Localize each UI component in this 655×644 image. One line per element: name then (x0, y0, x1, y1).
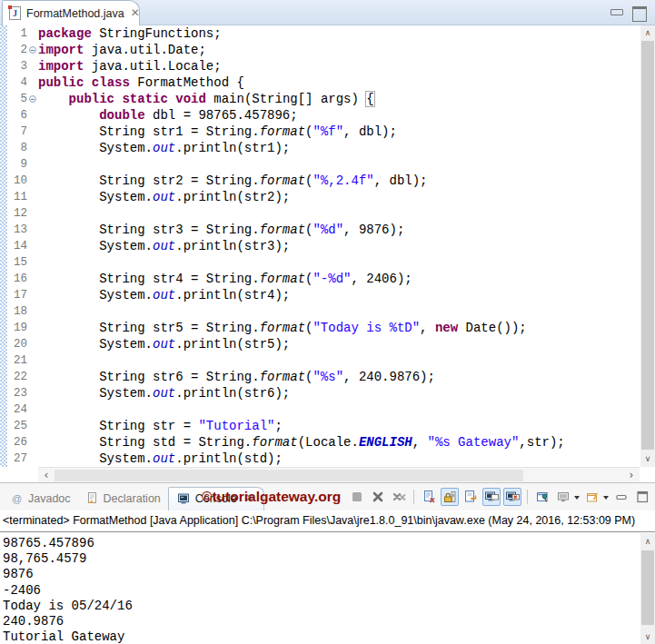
code-line: package StringFunctions; (38, 25, 640, 42)
line-number: 25 (7, 418, 27, 434)
gutter-row[interactable]: 27 (7, 451, 38, 467)
code-line: public class FormatMethod { (38, 74, 640, 91)
minimize-icon[interactable] (612, 488, 630, 506)
gutter-row[interactable]: 5 (7, 91, 38, 107)
code-line: public static void main(String[] args) { (38, 91, 640, 107)
line-number: 14 (7, 238, 27, 254)
line-number: 27 (7, 451, 27, 467)
gutter-row[interactable]: 10 (7, 173, 38, 189)
code-line (38, 352, 640, 369)
console-output-line: 98,765.4579 (3, 551, 640, 567)
line-number: 4 (7, 74, 27, 91)
scrollbar-thumb[interactable] (641, 550, 654, 625)
console-output-area[interactable]: 98765.45789698,765.45799876-2406Today is… (0, 533, 640, 644)
terminate-icon[interactable] (348, 488, 366, 506)
fold-collapse-icon[interactable] (29, 95, 36, 103)
code-line: import java.util.Locale; (38, 58, 640, 74)
console-output-line: 9876 (3, 567, 640, 582)
tab-close-icon[interactable] (131, 7, 140, 20)
gutter-row[interactable]: 21 (7, 352, 38, 369)
fold-collapse-icon[interactable] (29, 46, 36, 54)
annotation-ruler[interactable] (0, 25, 7, 467)
console-status-line: <terminated> FormatMethod [Java Applicat… (0, 510, 655, 532)
remove-all-terminated-icon[interactable] (390, 488, 408, 506)
toolbar-separator (413, 490, 414, 504)
remove-launch-icon[interactable] (369, 488, 387, 506)
code-line (38, 254, 640, 271)
pin-console-icon[interactable] (533, 488, 551, 506)
gutter-row[interactable]: 3 (7, 58, 38, 74)
gutter-row[interactable]: 23 (7, 385, 38, 401)
scroll-down-icon[interactable] (640, 630, 655, 643)
console-tabbar: ©tutorialgateway.org @JavadocDeclaration… (0, 483, 655, 510)
gutter-row[interactable]: 25 (7, 418, 38, 434)
gutter-row[interactable]: 15 (7, 254, 38, 271)
gutter-row[interactable]: 22 (7, 369, 38, 385)
code-line: System.out.println(str1); (38, 140, 640, 156)
code-line: String str6 = String.format("%s", 240.98… (38, 369, 640, 385)
line-number: 7 (7, 124, 27, 140)
gutter-row[interactable]: 8 (7, 140, 38, 156)
gutter-row[interactable]: 2 (7, 42, 38, 58)
code-line: String str2 = String.format("%,2.4f", db… (38, 173, 640, 189)
maximize-icon[interactable] (633, 488, 651, 506)
console-vertical-scrollbar[interactable] (640, 533, 655, 644)
line-number: 9 (7, 156, 27, 173)
show-stdout-icon[interactable] (482, 488, 501, 506)
gutter-row[interactable]: 13 (7, 222, 38, 238)
line-number: 8 (7, 140, 27, 156)
dropdown-arrow-icon[interactable] (602, 488, 610, 506)
gutter-row[interactable]: 19 (7, 320, 38, 336)
code-line: String str1 = String.format("%f", dbl); (38, 124, 640, 140)
code-line (38, 303, 640, 320)
show-stderr-icon[interactable] (503, 488, 521, 506)
eclipse-ide-window: FormatMethod.java 1234567891011121314151… (0, 0, 655, 644)
toolbar-separator (527, 490, 528, 504)
editor-vertical-scrollbar[interactable] (640, 25, 655, 467)
view-tab-declaration[interactable]: Declaration (78, 487, 168, 510)
editor-horizontal-scrollbar[interactable] (38, 467, 640, 482)
gutter-row[interactable]: 18 (7, 303, 38, 320)
scroll-up-icon[interactable] (640, 26, 655, 40)
gutter-row[interactable]: 9 (7, 156, 38, 173)
scroll-left-icon[interactable] (40, 469, 53, 482)
code-line (38, 205, 640, 222)
code-line: System.out.println(std); (38, 451, 640, 467)
scroll-down-icon[interactable] (640, 452, 655, 466)
code-line: double dbl = 98765.457896; (38, 107, 640, 124)
gutter-row[interactable]: 16 (7, 271, 38, 287)
code-line: String str3 = String.format("%d", 9876); (38, 222, 640, 238)
scroll-lock-icon[interactable] (441, 488, 459, 506)
scrollbar-thumb[interactable] (641, 41, 654, 450)
line-number: 24 (7, 401, 27, 418)
code-text-area[interactable]: package StringFunctions;import java.util… (38, 25, 640, 467)
display-console-icon[interactable] (554, 488, 572, 506)
gutter-row[interactable]: 6 (7, 107, 38, 124)
gutter-row[interactable]: 17 (7, 287, 38, 303)
scroll-up-icon[interactable] (640, 535, 655, 548)
open-console-icon[interactable] (583, 488, 601, 506)
gutter-row[interactable]: 24 (7, 401, 38, 418)
scrollbar-thumb[interactable] (55, 470, 523, 481)
console-pane: ©tutorialgateway.org @JavadocDeclaration… (0, 482, 655, 644)
gutter-row[interactable]: 14 (7, 238, 38, 254)
gutter-row[interactable]: 7 (7, 124, 38, 140)
gutter-row[interactable]: 4 (7, 74, 38, 91)
watermark-text: ©tutorialgateway.org (202, 489, 341, 505)
scroll-right-icon[interactable] (625, 469, 638, 482)
minimize-view-icon[interactable] (609, 6, 624, 19)
gutter-row[interactable]: 1 (7, 25, 38, 42)
editor-tab-formatmethod[interactable]: FormatMethod.java (2, 0, 140, 25)
dropdown-arrow-icon[interactable] (573, 488, 581, 506)
gutter-row[interactable]: 11 (7, 189, 38, 205)
gutter-row[interactable]: 12 (7, 205, 38, 222)
maximize-view-icon[interactable] (631, 6, 647, 19)
word-wrap-icon[interactable] (461, 488, 480, 506)
line-number-gutter[interactable]: 1234567891011121314151617181920212223242… (7, 25, 38, 467)
view-tab-javadoc[interactable]: @Javadoc (4, 487, 78, 510)
clear-console-icon[interactable] (420, 488, 438, 506)
line-number: 1 (7, 25, 27, 42)
gutter-row[interactable]: 20 (7, 336, 38, 352)
gutter-row[interactable]: 26 (7, 434, 38, 451)
line-number: 16 (7, 271, 27, 287)
